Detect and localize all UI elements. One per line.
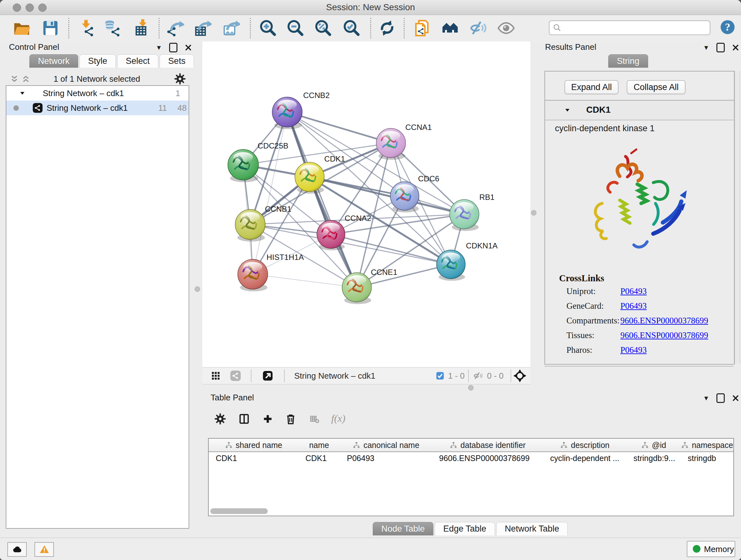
- node-table[interactable]: shared namenamecanonical namedatabase id…: [208, 438, 734, 516]
- tab-node-table[interactable]: Node Table: [373, 522, 433, 536]
- close-panel-icon[interactable]: [732, 44, 739, 51]
- hidden-eye-icon[interactable]: [473, 371, 483, 381]
- share-network-icon[interactable]: [230, 370, 241, 381]
- open-session-button[interactable]: [13, 19, 30, 37]
- results-buttons-box: Expand All Collapse All: [544, 71, 735, 101]
- table-hscrollbar[interactable]: [210, 508, 268, 514]
- network-node-CDKN1A[interactable]: CDKN1A: [436, 241, 498, 281]
- delete-table-icon[interactable]: [308, 414, 321, 424]
- table-cell[interactable]: 9606.ENSP00000378699: [432, 452, 543, 464]
- cloud-status-button[interactable]: [7, 542, 27, 557]
- network-row[interactable]: String Network – cdk1 11 48: [6, 101, 189, 115]
- close-panel-icon[interactable]: [732, 394, 739, 402]
- tab-edge-table[interactable]: Edge Table: [434, 522, 495, 536]
- results-scrollbar-track[interactable]: [735, 71, 740, 363]
- collection-caret-icon[interactable]: [19, 90, 25, 96]
- expand-all-button[interactable]: Expand All: [564, 80, 618, 94]
- panel-menu-icon[interactable]: ▼: [703, 395, 710, 402]
- export-table-button[interactable]: [194, 19, 212, 37]
- network-node-RB1[interactable]: RB1: [450, 193, 495, 231]
- network-node-CCNB2[interactable]: CCNB2: [272, 91, 330, 129]
- zoom-fit-content-button[interactable]: [314, 19, 332, 37]
- grid-view-icon[interactable]: [211, 371, 221, 381]
- panel-menu-icon[interactable]: ▼: [156, 44, 162, 51]
- refresh-network-button[interactable]: [378, 19, 396, 37]
- delete-column-icon[interactable]: [285, 413, 297, 425]
- table-cell[interactable]: CDK1: [209, 452, 298, 464]
- tab-network[interactable]: Network: [29, 54, 78, 68]
- results-splitter-handle[interactable]: [531, 210, 536, 215]
- crosslink-value[interactable]: P06493: [620, 345, 647, 355]
- export-image-button[interactable]: [222, 19, 240, 37]
- tree-icon: [225, 441, 232, 449]
- horizontal-splitter-handle[interactable]: [468, 385, 474, 390]
- show-all-button[interactable]: [497, 19, 515, 37]
- vertical-splitter-handle[interactable]: [195, 287, 200, 292]
- table-cell[interactable]: stringdb: [681, 452, 733, 464]
- crosslink-value[interactable]: P06493: [620, 301, 647, 311]
- columns-icon[interactable]: [238, 413, 250, 425]
- export-network-button[interactable]: [166, 19, 184, 37]
- column-header-database-identifier[interactable]: database identifier: [432, 439, 543, 452]
- table-cell[interactable]: CDK1: [298, 452, 340, 464]
- network-canvas[interactable]: CCNB2 CCNA1 CDC25B CDK1 CDC6: [202, 42, 530, 367]
- import-network-from-file-button[interactable]: [77, 19, 95, 37]
- open-in-window-icon[interactable]: [262, 370, 274, 382]
- crosslink-value[interactable]: 9606.ENSP00000378699: [620, 330, 708, 340]
- float-panel-icon[interactable]: [717, 43, 725, 52]
- close-panel-icon[interactable]: [185, 44, 192, 51]
- toolbar-separator: [158, 18, 159, 38]
- column-header-name[interactable]: name: [298, 439, 340, 452]
- network-node-HIST1H1A[interactable]: HIST1H1A: [238, 253, 304, 292]
- network-collection-row[interactable]: String Network – cdk1 1: [6, 86, 189, 101]
- crosslink-value[interactable]: 9606.ENSP00000378699: [620, 316, 708, 326]
- tab-style[interactable]: Style: [79, 54, 116, 68]
- tab-select[interactable]: Select: [117, 54, 158, 68]
- warnings-button[interactable]: [35, 542, 54, 557]
- add-column-icon[interactable]: [262, 413, 274, 425]
- selected-checkbox-icon[interactable]: [435, 371, 445, 380]
- column-header-shared-name[interactable]: shared name: [209, 439, 299, 452]
- import-table-from-file-button[interactable]: [133, 19, 151, 37]
- birds-eye-view-icon[interactable]: [513, 369, 527, 382]
- svg-text:CCNB1: CCNB1: [265, 205, 291, 213]
- crosslink-value[interactable]: P06493: [620, 287, 647, 296]
- save-session-button[interactable]: [42, 19, 59, 37]
- panel-menu-icon[interactable]: ▼: [703, 44, 710, 51]
- tab-string[interactable]: String: [608, 54, 648, 68]
- entry-caret-icon[interactable]: [564, 107, 571, 113]
- table-cell[interactable]: P06493: [340, 452, 432, 464]
- zoom-out-button[interactable]: [286, 19, 305, 37]
- crosslink-row: Tissues:9606.ENSP00000378699: [545, 330, 734, 345]
- table-gear-icon[interactable]: [214, 413, 226, 425]
- selected-counts: 1 - 0: [448, 371, 465, 381]
- column-header-canonical-name[interactable]: canonical name: [340, 439, 432, 452]
- hide-selected-button[interactable]: [469, 19, 487, 37]
- help-button[interactable]: ?: [720, 19, 736, 35]
- column-header-namespace[interactable]: namespace: [681, 439, 733, 452]
- string-query-button[interactable]: [441, 19, 459, 37]
- zoom-in-button[interactable]: [259, 19, 277, 37]
- table-panel-controls: ▼: [703, 393, 739, 403]
- collapse-all-button[interactable]: Collapse All: [627, 80, 685, 94]
- crosslink-label: Uniprot:: [566, 287, 596, 296]
- search-input[interactable]: [564, 22, 706, 33]
- float-panel-icon[interactable]: [717, 393, 725, 403]
- gear-icon[interactable]: [174, 73, 186, 85]
- search-field[interactable]: [549, 20, 711, 35]
- tab-sets[interactable]: Sets: [159, 54, 194, 68]
- zoom-selected-button[interactable]: [343, 19, 360, 37]
- function-builder-icon[interactable]: f(x): [331, 413, 345, 424]
- entry-header[interactable]: CDK1: [545, 101, 734, 120]
- import-network-from-database-button[interactable]: [104, 19, 121, 37]
- column-header-description[interactable]: description: [543, 439, 627, 452]
- table-cell[interactable]: stringdb:9...: [626, 452, 681, 464]
- clone-network-button[interactable]: [413, 19, 431, 37]
- table-cell[interactable]: cyclin-dependent ...: [543, 452, 626, 464]
- float-panel-icon[interactable]: [169, 43, 178, 52]
- control-panel-tabs: NetworkStyleSelectSets: [29, 54, 195, 68]
- network-node-CCNA1[interactable]: CCNA1: [376, 123, 432, 160]
- column-header-@id[interactable]: @id: [626, 439, 681, 452]
- tab-network-table[interactable]: Network Table: [496, 522, 568, 536]
- memory-button[interactable]: Memory: [687, 541, 735, 557]
